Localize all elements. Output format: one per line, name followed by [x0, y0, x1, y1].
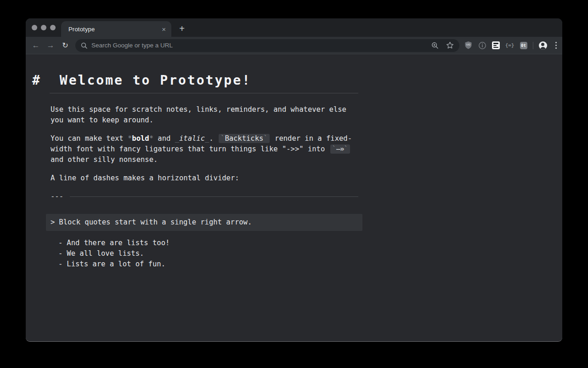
backtick-marker: `: [220, 134, 225, 143]
list-item: -And there are lists too!: [51, 238, 375, 248]
zerot-extension-icon[interactable]: 0t: [520, 42, 527, 49]
list-text: And there are lists too!: [67, 239, 170, 247]
new-tab-button[interactable]: +: [176, 23, 187, 34]
browser-toolbar: ← → ↻ Search Google or type a URL: [26, 37, 562, 54]
reload-icon[interactable]: ↻: [61, 41, 70, 50]
paragraph-intro: Use this space for scratch notes, links,…: [51, 104, 375, 126]
bookmark-star-icon[interactable]: [446, 41, 454, 49]
back-icon[interactable]: ←: [31, 41, 40, 50]
divider-line: [70, 196, 358, 197]
list-text: We all love lists.: [67, 249, 144, 258]
svg-text:UO: UO: [466, 43, 470, 46]
address-bar[interactable]: Search Google or type a URL: [75, 39, 459, 52]
close-window-button[interactable]: [32, 25, 37, 30]
zoom-icon[interactable]: [431, 42, 439, 49]
inline-code-arrow: `—»`: [330, 144, 350, 154]
paragraph-formatting: You can make text *bold* and _italic_. `…: [51, 133, 375, 165]
list-marker: -: [58, 260, 62, 268]
arrow-ligature: —»: [336, 145, 344, 153]
horizontal-divider: ---: [51, 191, 358, 202]
tab-strip: Prototype × +: [26, 18, 562, 37]
ublock-shield-icon[interactable]: UO: [464, 41, 473, 50]
backtick-marker: `: [344, 145, 348, 153]
paragraph-divider-intro: A line of dashes makes a horizontal divi…: [51, 173, 375, 184]
fullscreen-window-button[interactable]: [50, 25, 56, 30]
text-line: You can make text *bold* and _italic_. `…: [51, 133, 375, 144]
list-text: Lists are a lot of fun.: [67, 260, 165, 268]
italic-marker: _: [175, 134, 179, 143]
list-item: -Lists are a lot of fun.: [51, 259, 375, 270]
tab-title: Prototype: [68, 26, 162, 33]
search-icon: [81, 42, 87, 49]
bold-text: bold: [132, 134, 149, 143]
toolbar-divider: [533, 42, 533, 49]
notes-extension-icon[interactable]: [492, 41, 500, 49]
bold-marker: *: [149, 134, 153, 143]
heading-title: Welcome to Prototype!: [51, 73, 251, 88]
minimize-window-button[interactable]: [41, 25, 46, 30]
browser-window: Prototype × + ← → ↻ Search Google or typ…: [26, 18, 562, 341]
bold-marker: *: [128, 134, 132, 143]
list-item: -We all love lists.: [51, 248, 375, 259]
page-content[interactable]: # Welcome to Prototype! Use this space f…: [26, 54, 562, 341]
code-text: Backticks: [225, 134, 263, 143]
blockquote: >Block quotes start with a single right …: [46, 214, 362, 231]
braces-extension-icon[interactable]: {=}: [505, 42, 514, 48]
note-document[interactable]: # Welcome to Prototype! Use this space f…: [26, 54, 375, 270]
list-marker: -: [58, 249, 62, 258]
backtick-marker: `: [332, 145, 336, 153]
italic-text: italic: [179, 134, 205, 143]
quote-marker: >: [51, 218, 55, 226]
text-line: you want to keep around.: [51, 115, 375, 126]
italic-marker: _: [205, 134, 209, 143]
menu-kebab-icon[interactable]: [553, 42, 560, 49]
note-heading: # Welcome to Prototype!: [50, 74, 358, 93]
address-placeholder[interactable]: Search Google or type a URL: [91, 42, 431, 49]
divider-dashes: ---: [51, 191, 63, 202]
extensions-row: UO {=} 0t: [464, 37, 560, 54]
heading-hash-marker: #: [32, 74, 41, 87]
inline-code: `Backticks`: [219, 134, 270, 143]
backtick-marker: `: [263, 134, 267, 143]
text-line: width font with fancy ligatures that tur…: [51, 144, 375, 155]
list-marker: -: [58, 239, 62, 247]
profile-avatar-icon[interactable]: [539, 41, 547, 50]
forward-icon[interactable]: →: [46, 41, 55, 50]
tab-close-icon[interactable]: ×: [162, 26, 166, 33]
text-line: and other silly nonsense.: [51, 155, 375, 165]
tab-prototype[interactable]: Prototype ×: [61, 21, 171, 37]
quote-text: Block quotes start with a single right a…: [59, 218, 252, 226]
info-circle-icon[interactable]: [478, 41, 486, 50]
text-line: Use this space for scratch notes, links,…: [51, 104, 375, 115]
bullet-list: -And there are lists too! -We all love l…: [51, 238, 375, 270]
window-controls: [32, 25, 56, 30]
